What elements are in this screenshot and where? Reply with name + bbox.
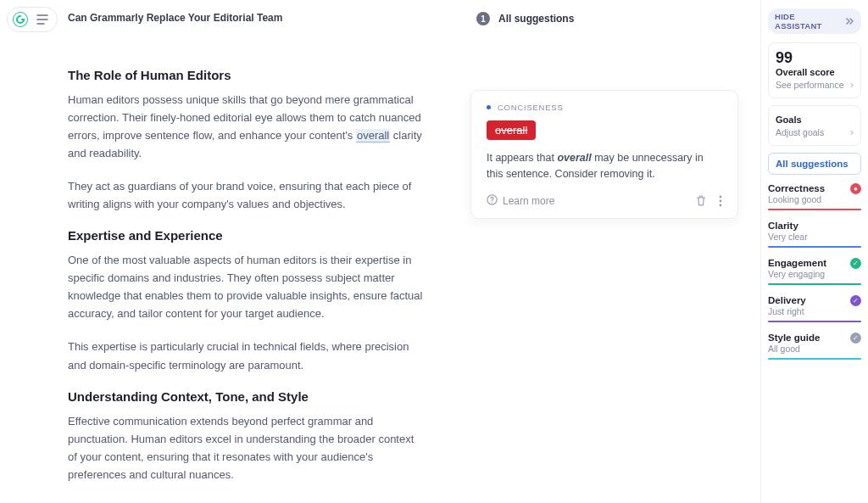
metric-clarity[interactable]: ClarityVery clear — [768, 221, 861, 248]
see-performance-link[interactable]: See performance — [776, 80, 844, 90]
heading-role: The Role of Human Editors — [68, 68, 424, 82]
metric-style-guide[interactable]: ✓Style guideAll good — [768, 333, 861, 360]
status-badge-icon: ✓ — [850, 258, 861, 269]
metric-engagement[interactable]: ✓EngagementVery engaging — [768, 258, 861, 285]
adjust-goals-link[interactable]: Adjust goals — [776, 127, 824, 137]
metric-status: All good — [768, 344, 861, 354]
metric-correctness[interactable]: ●CorrectnessLooking good — [768, 183, 861, 210]
overall-score-value: 99 — [776, 50, 854, 65]
svg-point-4 — [720, 199, 722, 202]
metric-status: Just right — [768, 306, 861, 316]
status-badge-icon: ● — [850, 183, 861, 194]
svg-point-2 — [492, 201, 492, 202]
svg-point-5 — [720, 204, 722, 206]
paragraph: Effective communication extends beyond p… — [68, 412, 424, 483]
learn-more-link[interactable]: Learn more — [487, 194, 554, 208]
category-dot-icon — [487, 105, 491, 109]
grammarly-logo-icon — [13, 12, 28, 27]
paragraph: One of the most valuable aspects of huma… — [68, 251, 424, 322]
metric-status: Very engaging — [768, 269, 861, 279]
paragraph: Human editors possess unique skills that… — [68, 91, 424, 162]
svg-point-0 — [14, 13, 28, 27]
metric-status: Very clear — [768, 232, 861, 242]
metric-name: Engagement — [768, 258, 861, 268]
dismiss-suggestion-button[interactable] — [695, 194, 707, 207]
tab-all-suggestions[interactable]: All suggestions — [768, 153, 861, 175]
heading-context: Understanding Context, Tone, and Style — [68, 389, 424, 404]
help-icon — [487, 194, 498, 208]
trash-icon — [695, 194, 707, 207]
status-badge-icon: ✓ — [850, 295, 861, 306]
paragraph: They act as guardians of your brand voic… — [68, 177, 424, 213]
highlighted-word[interactable]: overall — [356, 129, 390, 143]
editor-content[interactable]: The Role of Human Editors Human editors … — [68, 68, 424, 499]
hide-assistant-button[interactable]: HIDE ASSISTANT — [768, 8, 861, 34]
chevron-right-icon: › — [850, 79, 854, 91]
more-options-button[interactable] — [719, 195, 722, 207]
suggestion-category: CONCISENESS — [487, 103, 722, 112]
paragraph: This expertise is particularly crucial i… — [68, 338, 424, 373]
metric-name: Delivery — [768, 295, 861, 305]
metric-name: Style guide — [768, 333, 861, 343]
menu-icon — [36, 14, 48, 25]
metric-name: Correctness — [768, 183, 861, 193]
overall-score-label: Overall score — [776, 67, 854, 77]
kebab-icon — [719, 195, 722, 207]
chevron-right-icon: › — [850, 126, 854, 138]
suggestion-card[interactable]: CONCISENESS overall It appears that over… — [470, 90, 738, 219]
goals-card[interactable]: Goals Adjust goals › — [768, 105, 861, 146]
suggestions-count-badge: 1 — [476, 12, 490, 25]
assistant-sidebar: HIDE ASSISTANT 99 Overall score See perf… — [760, 0, 868, 503]
app-menu-pill[interactable] — [7, 7, 58, 32]
goals-label: Goals — [776, 115, 854, 125]
suggestions-header[interactable]: 1 All suggestions — [476, 12, 574, 25]
chevron-right-double-icon — [846, 17, 854, 26]
document-title: Can Grammarly Replace Your Editorial Tea… — [68, 12, 282, 24]
suggestion-message: It appears that overall may be unnecessa… — [487, 150, 722, 182]
suggestions-header-label: All suggestions — [498, 13, 574, 25]
svg-point-3 — [720, 195, 722, 198]
remove-word-chip[interactable]: overall — [487, 120, 536, 140]
heading-expertise: Expertise and Experience — [68, 228, 424, 243]
score-card[interactable]: 99 Overall score See performance › — [768, 42, 861, 98]
metric-name: Clarity — [768, 221, 861, 231]
metric-status: Looking good — [768, 194, 861, 204]
metric-delivery[interactable]: ✓DeliveryJust right — [768, 295, 861, 322]
status-badge-icon: ✓ — [850, 333, 861, 344]
